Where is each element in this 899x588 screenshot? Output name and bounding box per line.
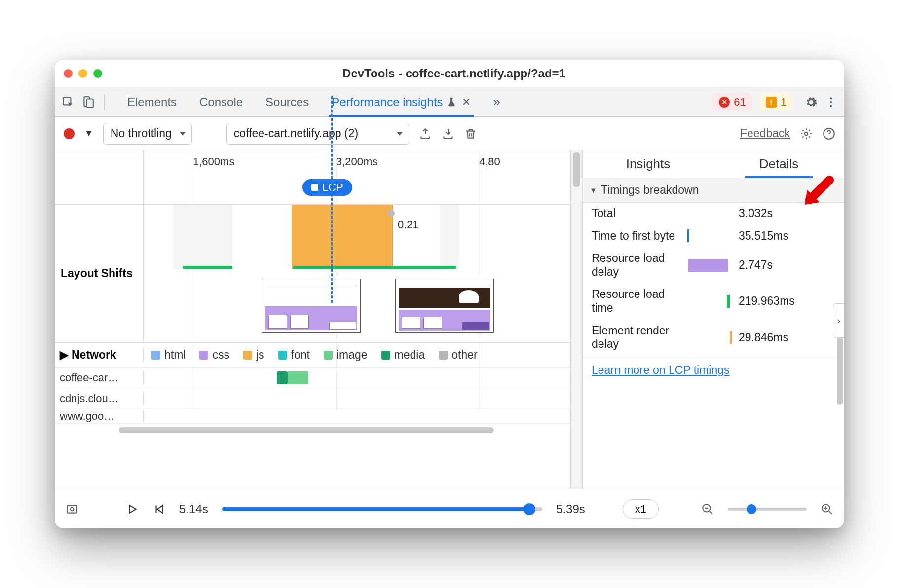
timings-breakdown-header[interactable]: ▼ Timings breakdown [583, 178, 844, 203]
delete-icon[interactable] [464, 127, 477, 140]
chevron-down-icon: ▼ [590, 186, 597, 194]
kebab-icon[interactable] [824, 96, 837, 109]
svg-point-3 [830, 97, 832, 99]
network-lane: ▶ Network html css js font image media o… [55, 343, 582, 436]
main-toolbar: Elements Console Sources Performance ins… [55, 87, 844, 117]
timing-row-resource-load-time: Resource load time 219.963ms [592, 288, 835, 315]
tick-3: 4,80 [479, 155, 500, 168]
network-row[interactable]: cdnjs.clou… [55, 388, 582, 409]
panel-settings-gear-icon[interactable] [800, 127, 813, 140]
warning-count-badge[interactable]: ! 1 [759, 93, 793, 111]
svg-point-6 [805, 132, 808, 135]
network-host: coffee-car… [55, 371, 144, 384]
window-title: DevTools - coffee-cart.netlify.app/?ad=1 [107, 67, 801, 80]
devtools-window: DevTools - coffee-cart.netlify.app/?ad=1… [55, 60, 844, 528]
zoom-in-icon[interactable] [821, 503, 833, 515]
tick-2: 3,200ms [336, 155, 377, 168]
tab-insights[interactable]: Insights [583, 150, 713, 178]
playback-speed-button[interactable]: x1 [623, 499, 659, 519]
export-icon[interactable] [419, 127, 432, 140]
svg-point-4 [830, 101, 832, 103]
svg-point-5 [830, 105, 832, 107]
inspect-icon[interactable] [62, 96, 75, 109]
zoom-window-button[interactable] [93, 69, 102, 78]
record-menu-chevron-icon[interactable]: ▼ [84, 128, 93, 139]
tab-details[interactable]: Details [713, 150, 844, 178]
panel-tabs: Elements Console Sources Performance ins… [124, 87, 503, 116]
error-icon: ✕ [719, 97, 730, 108]
zoom-slider[interactable] [728, 508, 807, 511]
timing-row-resource-load-delay: Resource load delay 2.747s [592, 252, 835, 279]
cls-value: 0.21 [398, 219, 419, 231]
svg-point-9 [71, 507, 74, 511]
playback-total: 5.39s [556, 502, 585, 516]
close-window-button[interactable] [64, 69, 73, 78]
feedback-link[interactable]: Feedback [740, 127, 790, 140]
horizontal-scrollbar[interactable] [55, 424, 582, 436]
throttling-select[interactable]: No throttling [103, 123, 192, 145]
warning-icon: ! [766, 97, 777, 108]
shift-bar [183, 266, 232, 269]
cls-region [173, 205, 232, 269]
warning-count: 1 [781, 96, 787, 109]
cls-block[interactable] [292, 205, 393, 269]
cls-point[interactable] [388, 210, 395, 217]
network-host: www.goo… [55, 410, 144, 423]
tab-elements[interactable]: Elements [124, 87, 180, 116]
shift-bar [293, 266, 456, 269]
zoom-out-icon[interactable] [701, 503, 714, 515]
screenshot-thumb[interactable] [262, 279, 361, 333]
import-icon[interactable] [442, 127, 454, 140]
tab-label: Performance insights [332, 95, 443, 109]
help-icon[interactable] [823, 127, 835, 140]
screenshot-thumb[interactable] [395, 279, 494, 333]
tick-1: 1,600ms [193, 155, 234, 168]
network-legend: html css js font image media other [144, 348, 582, 362]
error-count-badge[interactable]: ✕ 61 [712, 93, 752, 111]
learn-more-link[interactable]: Learn more on LCP timings [583, 358, 844, 386]
tab-performance-insights[interactable]: Performance insights ✕ [329, 87, 473, 116]
minimize-window-button[interactable] [78, 69, 87, 78]
close-tab-icon[interactable]: ✕ [462, 96, 471, 109]
cls-region [440, 205, 459, 269]
recording-toolbar: ▼ No throttling coffee-cart.netlify.app … [55, 117, 844, 150]
page-select[interactable]: coffee-cart.netlify.app (2) [226, 123, 409, 145]
playback-time: 5.14s [179, 502, 208, 516]
details-panel: Insights Details ▼ Timings breakdown Tot… [583, 150, 844, 489]
error-count: 61 [734, 96, 746, 109]
traffic-lights [64, 69, 102, 78]
preview-toggle-icon[interactable] [66, 503, 78, 515]
record-button[interactable] [64, 128, 75, 139]
playback-bar: 5.14s 5.39s x1 [55, 489, 844, 528]
timeline-panel: 1,600ms 3,200ms 4,80 LCP Layout Shifts [55, 150, 583, 489]
vertical-scrollbar[interactable] [570, 150, 582, 489]
lcp-stop-icon [311, 184, 318, 191]
timing-row-total: Total 3.032s [592, 207, 835, 220]
timeline-ruler[interactable]: 1,600ms 3,200ms 4,80 LCP [55, 150, 582, 205]
lane-label: Layout Shifts [61, 267, 133, 280]
layout-shifts-lane: Layout Shifts 0.21 [55, 205, 582, 343]
flask-icon [446, 97, 457, 108]
network-toggle[interactable]: ▶ Network [55, 348, 144, 362]
svg-rect-2 [87, 99, 93, 107]
gear-icon[interactable] [805, 96, 818, 109]
timing-row-element-render-delay: Element render delay 29.846ms [592, 324, 835, 351]
tab-sources[interactable]: Sources [262, 87, 312, 116]
tab-console[interactable]: Console [196, 87, 246, 116]
rewind-button[interactable] [152, 503, 165, 515]
play-button[interactable] [126, 503, 139, 515]
playback-slider[interactable] [222, 507, 542, 511]
more-tabs-button[interactable]: » [490, 87, 503, 116]
svg-rect-8 [67, 505, 77, 513]
lcp-marker[interactable]: LCP [302, 179, 352, 196]
network-host: cdnjs.clou… [55, 392, 144, 405]
network-row[interactable]: www.goo… [55, 409, 582, 424]
chevron-right-icon: ▶ [60, 348, 69, 362]
playhead[interactable] [331, 96, 333, 303]
collapse-sidepanel-button[interactable]: › [833, 303, 844, 338]
timing-row-ttfb: Time to first byte 35.515ms [592, 229, 835, 243]
titlebar: DevTools - coffee-cart.netlify.app/?ad=1 [55, 60, 844, 87]
device-toggle-icon[interactable] [81, 96, 94, 109]
network-row[interactable]: coffee-car… [55, 368, 582, 388]
